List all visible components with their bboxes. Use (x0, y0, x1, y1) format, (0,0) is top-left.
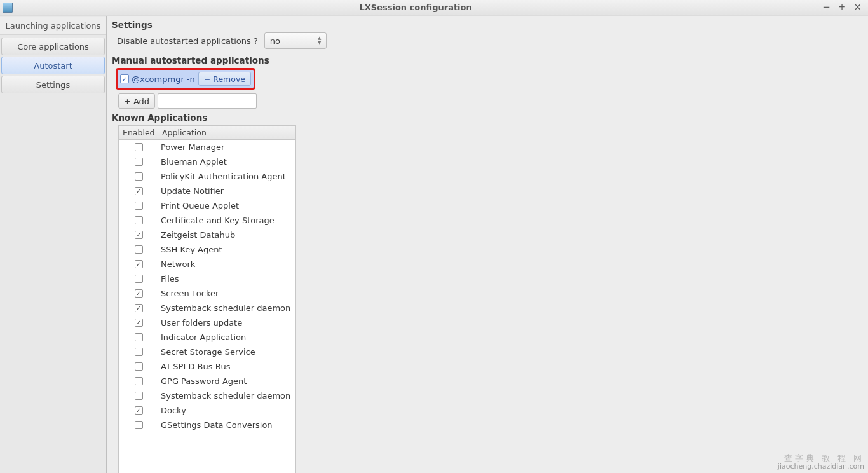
cell-enabled (119, 187, 158, 195)
table-row: Systemback scheduler daemon (119, 388, 295, 403)
table-row: Indicator Application (119, 330, 295, 345)
enabled-checkbox[interactable] (135, 304, 143, 312)
cell-enabled (119, 304, 158, 312)
remove-button-label: Remove (213, 74, 245, 84)
watermark: 查字典 教 程 网 jiaocheng.chazidian.com (778, 454, 864, 470)
manual-entry-label: @xcompmgr -n (132, 74, 196, 84)
add-button[interactable]: + Add (118, 93, 155, 109)
cell-application: Zeitgeist Datahub (158, 230, 295, 240)
watermark-line2: jiaocheng.chazidian.com (778, 462, 864, 470)
sidebar-item-label: Core applications (17, 42, 89, 51)
tab-settings[interactable]: Settings (1, 76, 105, 93)
enabled-checkbox[interactable] (135, 158, 143, 166)
enabled-checkbox[interactable] (135, 406, 143, 415)
enabled-checkbox[interactable] (135, 348, 143, 356)
window-controls: − + × (816, 3, 868, 12)
add-entry-row: + Add (118, 93, 858, 109)
remove-button[interactable]: − Remove (198, 72, 251, 86)
enabled-checkbox[interactable] (135, 392, 143, 400)
cell-enabled (119, 333, 158, 341)
plus-icon: + (124, 97, 131, 106)
sidebar-item-label: Settings (36, 80, 70, 90)
table-row: Blueman Applet (119, 154, 295, 169)
tab-launching-applications[interactable]: Launching applications (0, 17, 106, 35)
cell-enabled (119, 289, 158, 298)
enabled-checkbox[interactable] (135, 245, 143, 254)
table-row: Screen Locker (119, 286, 295, 301)
cell-enabled (119, 231, 158, 239)
content-panel: Settings Disable autostarted application… (107, 16, 868, 473)
tab-autostart[interactable]: Autostart (1, 57, 105, 74)
combo-value: no (270, 36, 280, 46)
enabled-checkbox[interactable] (135, 319, 143, 327)
settings-heading: Settings (112, 20, 862, 30)
cell-enabled (119, 172, 158, 181)
cell-enabled (119, 202, 158, 210)
cell-application: Indicator Application (158, 332, 295, 342)
enabled-checkbox[interactable] (135, 187, 143, 195)
cell-application: Screen Locker (158, 289, 295, 298)
cell-application: Secret Storage Service (158, 347, 295, 357)
cell-enabled (119, 392, 158, 400)
enabled-checkbox[interactable] (135, 143, 143, 151)
minus-icon: − (204, 74, 210, 84)
maximize-icon[interactable]: + (838, 3, 846, 12)
table-row: Files (119, 271, 295, 286)
table-row: Update Notifier (119, 184, 295, 198)
cell-application: Systemback scheduler daemon (158, 303, 295, 313)
table-row: Zeitgeist Datahub (119, 228, 295, 242)
table-row: Certificate and Key Storage (119, 213, 295, 228)
table-row: Print Queue Applet (119, 198, 295, 213)
cell-enabled (119, 348, 158, 356)
cell-application: Blueman Applet (158, 157, 295, 167)
cell-application: Network (158, 259, 295, 269)
cell-application: Systemback scheduler daemon (158, 391, 295, 401)
cell-application: AT-SPI D-Bus Bus (158, 362, 295, 371)
disable-autostart-combo[interactable]: no ▲▼ (264, 32, 327, 49)
table-body: Power ManagerBlueman AppletPolicyKit Aut… (119, 140, 295, 473)
enabled-checkbox[interactable] (135, 260, 143, 268)
table-row: User folders update (119, 315, 295, 330)
cell-application: PolicyKit Authentication Agent (158, 172, 295, 181)
enabled-checkbox[interactable] (135, 289, 143, 298)
column-header-application[interactable]: Application (158, 126, 295, 139)
client-area: Launching applications Core applications… (0, 15, 868, 473)
add-entry-input[interactable] (158, 93, 257, 109)
titlebar: LXSession configuration − + × (0, 0, 868, 15)
table-row: Systemback scheduler daemon (119, 301, 295, 315)
enabled-checkbox[interactable] (135, 216, 143, 224)
table-row: Power Manager (119, 140, 295, 154)
table-row: Secret Storage Service (119, 345, 295, 359)
enabled-checkbox[interactable] (135, 231, 143, 239)
table-row: PolicyKit Authentication Agent (119, 169, 295, 184)
enabled-checkbox[interactable] (135, 421, 143, 429)
manual-heading: Manual autostarted applications (112, 55, 862, 65)
enabled-checkbox[interactable] (135, 172, 143, 181)
manual-entry-checkbox[interactable]: ✓ (120, 74, 129, 83)
cell-enabled (119, 260, 158, 268)
enabled-checkbox[interactable] (135, 275, 143, 283)
table-row: Docky (119, 403, 295, 418)
cell-application: GPG Password Agent (158, 376, 295, 386)
known-apps-heading: Known Applications (112, 113, 862, 123)
cell-enabled (119, 362, 158, 371)
enabled-checkbox[interactable] (135, 362, 143, 371)
enabled-checkbox[interactable] (135, 333, 143, 341)
minimize-icon[interactable]: − (822, 3, 831, 12)
manual-entry-row: ✓ @xcompmgr -n − Remove (116, 68, 255, 90)
enabled-checkbox[interactable] (135, 377, 143, 385)
close-icon[interactable]: × (853, 3, 862, 12)
known-apps-table: Enabled Application Power ManagerBlueman… (118, 125, 296, 473)
enabled-checkbox[interactable] (135, 202, 143, 210)
cell-application: Update Notifier (158, 186, 295, 196)
table-row: AT-SPI D-Bus Bus (119, 359, 295, 374)
cell-application: SSH Key Agent (158, 245, 295, 254)
sidebar-item-label: Autostart (34, 61, 72, 71)
column-header-enabled[interactable]: Enabled (119, 126, 158, 139)
app-icon (3, 3, 13, 13)
cell-enabled (119, 143, 158, 151)
tab-core-applications[interactable]: Core applications (1, 38, 105, 55)
disable-autostart-label: Disable autostarted applications ? (117, 36, 258, 46)
cell-application: Print Queue Applet (158, 201, 295, 210)
spinner-icon: ▲▼ (316, 34, 323, 47)
